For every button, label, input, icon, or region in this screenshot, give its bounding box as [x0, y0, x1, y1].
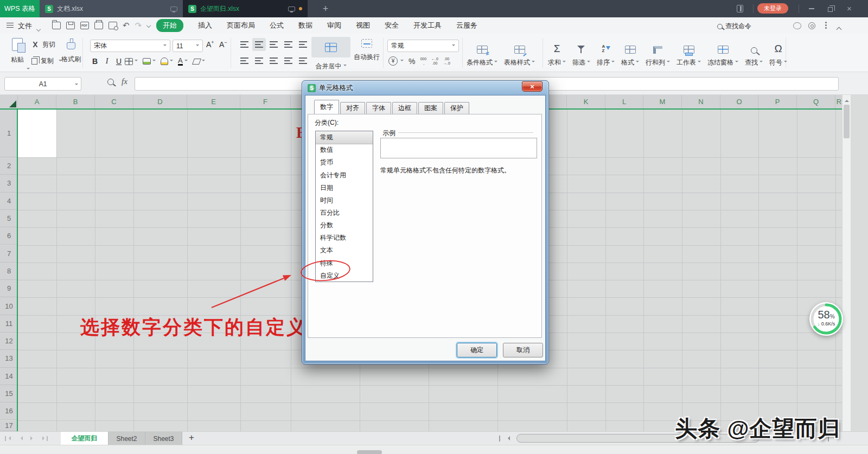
ribbon-button-format[interactable]: 格式 [618, 43, 642, 72]
category-item-7[interactable]: 百分比 [316, 207, 373, 219]
vertical-scroll-thumb[interactable] [844, 105, 850, 138]
row-header-9[interactable]: 9 [0, 280, 18, 297]
fill-color-icon[interactable] [143, 58, 151, 65]
dialog-close-button[interactable]: × [522, 81, 542, 92]
increase-indent-icon[interactable] [296, 38, 310, 51]
menu-tab-7[interactable]: 视图 [356, 21, 370, 30]
category-item-8[interactable]: 分数 [316, 219, 373, 232]
first-sheet-icon[interactable] [7, 436, 11, 440]
document-tab-inactive[interactable]: S 文档.xlsx [40, 0, 183, 17]
ribbon-button-symbol[interactable]: Ω符号 [766, 41, 790, 72]
justify-icon[interactable] [282, 54, 295, 67]
row-header-15[interactable]: 15 [0, 385, 18, 402]
number-format-select[interactable]: 常规 [387, 40, 459, 52]
row-header-5[interactable]: 5 [0, 210, 18, 227]
sheet-tab-1[interactable]: 企望而归 [61, 432, 108, 445]
ribbon-button-table-style[interactable]: 表格样式 [501, 43, 538, 72]
column-header-A[interactable]: A [18, 95, 56, 108]
dialog-titlebar[interactable]: S 单元格格式 [308, 84, 353, 93]
customize-toolbar-icon[interactable] [146, 23, 151, 27]
row-header-1[interactable]: 1 [0, 110, 18, 157]
ribbon-button-freeze[interactable]: 冻结窗格 [704, 43, 742, 72]
document-tab-active[interactable]: S 企望而归.xlsx [183, 0, 308, 17]
prev-sheet-icon[interactable] [18, 436, 23, 440]
font-size-select[interactable]: 11 [173, 40, 203, 52]
underline-button[interactable]: U [113, 55, 125, 67]
menu-tab-5[interactable]: 数据 [298, 21, 312, 30]
chevron-down-icon[interactable] [37, 23, 40, 33]
category-item-10[interactable]: 文本 [316, 244, 373, 257]
save-icon[interactable] [66, 22, 75, 29]
last-sheet-icon[interactable] [42, 436, 47, 440]
column-header-D[interactable]: D [133, 95, 187, 108]
merge-center-label[interactable]: 合并居中 [311, 61, 350, 71]
row-header-11[interactable]: 11 [0, 315, 18, 332]
column-header-F[interactable]: F [240, 95, 291, 108]
category-item-5[interactable]: 日期 [316, 182, 373, 194]
new-tab-button[interactable]: + [317, 0, 334, 17]
row-header-12[interactable]: 12 [0, 332, 18, 350]
dialog-tab-4[interactable]: 边框 [392, 102, 417, 114]
close-button[interactable]: × [847, 0, 852, 17]
row-header-16[interactable]: 16 [0, 402, 18, 420]
next-sheet-icon[interactable] [30, 436, 35, 440]
minimize-button[interactable] [809, 8, 814, 9]
ribbon-button-sum[interactable]: Σ求和 [545, 41, 569, 72]
dialog-tab-2[interactable]: 对齐 [340, 102, 365, 114]
fx-icon[interactable]: fx [122, 77, 127, 86]
sheet-tab-2[interactable]: Sheet2 [108, 432, 145, 445]
font-name-select[interactable]: 宋体 [90, 40, 170, 52]
menu-tab-1[interactable]: 开始 [156, 19, 183, 32]
category-listbox[interactable]: 常规数值货币会计专用日期时间百分比分数科学记数文本特殊自定义 [315, 131, 373, 282]
borders-icon[interactable] [125, 58, 133, 65]
italic-button[interactable]: I [101, 55, 113, 67]
align-top-icon[interactable] [238, 38, 251, 51]
category-item-2[interactable]: 数值 [316, 144, 373, 156]
row-header-10[interactable]: 10 [0, 297, 18, 315]
wrap-text-button[interactable]: 自动换行 [354, 39, 380, 62]
increase-decimal-icon[interactable]: ←.0.00 [431, 57, 438, 65]
file-menu-icon[interactable] [7, 23, 14, 28]
percent-icon[interactable]: % [409, 57, 415, 66]
paste-button[interactable]: 粘贴 [7, 38, 28, 65]
align-bottom-icon[interactable] [267, 38, 280, 51]
category-item-12[interactable]: 自定义 [316, 270, 373, 282]
column-header-B[interactable]: B [56, 95, 95, 108]
category-item-9[interactable]: 科学记数 [316, 232, 373, 244]
format-painter-button[interactable]: 格式刷 [60, 38, 82, 64]
row-header-7[interactable]: 7 [0, 245, 18, 263]
feedback-icon[interactable] [793, 22, 801, 29]
redo-icon[interactable]: ↷ [135, 21, 142, 29]
column-header-O[interactable]: O [720, 95, 758, 108]
row-header-6[interactable]: 6 [0, 227, 18, 245]
menu-tab-4[interactable]: 公式 [270, 21, 284, 30]
row-header-14[interactable]: 14 [0, 368, 18, 385]
merge-center-button[interactable] [311, 37, 350, 57]
bold-button[interactable]: B [89, 55, 101, 67]
row-header-2[interactable]: 2 [0, 157, 18, 175]
cancel-button[interactable]: 取消 [503, 343, 543, 357]
select-all-corner[interactable] [0, 95, 18, 108]
restore-button[interactable] [828, 7, 833, 12]
menu-tab-2[interactable]: 插入 [198, 21, 212, 30]
settings-gear-icon[interactable] [808, 22, 815, 29]
copy-button[interactable]: 复制 [31, 56, 62, 66]
export-pdf-icon[interactable] [80, 22, 89, 29]
h-split-grip[interactable] [499, 436, 500, 442]
app-logo[interactable]: WPS 表格 [0, 0, 40, 17]
sidebar-toggle-icon[interactable] [737, 5, 743, 12]
align-right-icon[interactable] [267, 54, 280, 67]
column-header-E[interactable]: E [187, 95, 240, 108]
undo-icon[interactable]: ↶ [123, 21, 130, 29]
name-box[interactable]: A1 [4, 77, 81, 91]
ribbon-button-conditional-format[interactable]: 条件格式 [463, 43, 501, 72]
align-center-icon[interactable] [252, 54, 266, 67]
ribbon-button-find[interactable]: 查找 [742, 45, 766, 72]
decrease-decimal-icon[interactable]: .00→.0 [443, 57, 450, 65]
print-icon[interactable] [94, 22, 103, 29]
menu-tab-3[interactable]: 页面布局 [227, 21, 255, 30]
highlight-color-icon[interactable] [161, 57, 168, 65]
sheet-tab-3[interactable]: Sheet3 [145, 432, 182, 445]
category-item-3[interactable]: 货币 [316, 156, 373, 169]
currency-icon[interactable]: ¥ [388, 56, 398, 66]
